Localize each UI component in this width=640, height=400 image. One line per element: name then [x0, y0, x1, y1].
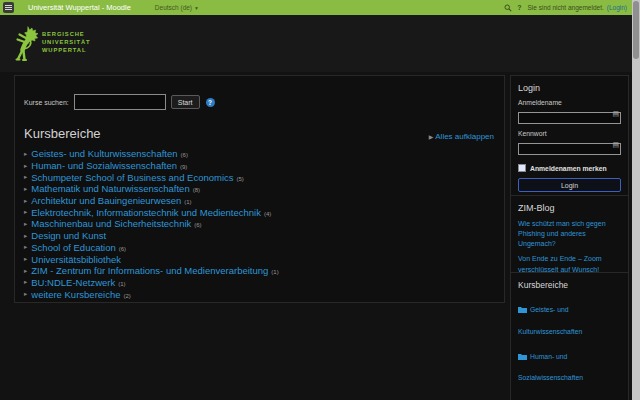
category-row: ▸ZIM - Zentrum für Informations- und Med… [24, 265, 496, 277]
sidebar-categories-block: Kursbereiche Geistes- und Kulturwissensc… [510, 272, 629, 400]
category-link[interactable]: Geistes- und Kulturwissenschaften [31, 148, 177, 159]
category-link[interactable]: Design und Kunst [31, 230, 106, 241]
navbar-right: ? Sie sind nicht angemeldet. (Login) [504, 4, 627, 12]
site-header: BERGISCHE UNIVERSITÄT WUPPERTAL [0, 15, 632, 72]
expand-arrow-icon: ▶ [429, 134, 434, 140]
search-start-button[interactable]: Start [171, 95, 200, 109]
collapsed-arrow-icon[interactable]: ▸ [24, 290, 27, 298]
category-link[interactable]: ZIM - Zentrum für Informations- und Medi… [31, 265, 268, 276]
category-row: ▸Human- und Sozialwissenschaften(9) [24, 160, 496, 172]
sidebar-category-link[interactable]: Human- und Sozialwissenschaften [518, 353, 583, 382]
sidebar-category-row: Schumpeter School of Business and Econom… [518, 389, 621, 400]
course-category-list: ▸Geistes- und Kulturwissenschaften(6) ▸H… [24, 148, 496, 300]
collapsed-arrow-icon[interactable]: ▸ [24, 162, 27, 170]
wordmark-line2: UNIVERSITÄT [42, 38, 91, 46]
search-icon[interactable] [504, 4, 512, 12]
collapsed-arrow-icon[interactable]: ▸ [24, 278, 27, 286]
page-title: Kursbereiche [24, 126, 496, 141]
help-icon[interactable]: ? [517, 4, 521, 11]
category-row: ▸Universitätsbibliothek [24, 253, 496, 265]
category-link[interactable]: Schumpeter School of Business and Econom… [31, 172, 233, 183]
collapsed-arrow-icon[interactable]: ▸ [24, 255, 27, 263]
category-count: (6) [119, 246, 126, 252]
category-row: ▸Mathematik und Naturwissenschaften(8) [24, 183, 496, 195]
language-menu[interactable]: Deutsch (de)▼ [155, 4, 199, 11]
collapsed-arrow-icon[interactable]: ▸ [24, 267, 27, 275]
search-help-icon[interactable]: ? [206, 98, 215, 107]
expand-all-label: Alles aufklappen [435, 132, 494, 141]
blog-post-link[interactable]: Wie schützt man sich gegen Phishing und … [518, 219, 621, 249]
collapsed-arrow-icon[interactable]: ▸ [24, 150, 27, 158]
chevron-down-icon: ▼ [194, 5, 199, 11]
username-field-wrap: ▤ [518, 108, 621, 126]
folder-icon [518, 353, 527, 360]
main-content-panel: Kurse suchen: Start ? Kursbereiche ▶Alle… [14, 75, 505, 303]
category-link[interactable]: Mathematik und Naturwissenschaften [31, 183, 189, 194]
university-lion-logo-icon[interactable] [11, 26, 39, 62]
wordmark-line1: BERGISCHE [42, 30, 91, 38]
sidebar-category-list: Geistes- und Kulturwissenschaften Human-… [518, 296, 621, 400]
category-count: (4) [264, 211, 271, 217]
login-button[interactable]: Login [518, 178, 621, 192]
course-search-input[interactable] [74, 94, 166, 110]
login-link[interactable]: (Login) [607, 4, 627, 11]
collapsed-arrow-icon[interactable]: ▸ [24, 185, 27, 193]
category-count: (6) [194, 222, 201, 228]
sidebar-category-link[interactable]: Geistes- und Kulturwissenschaften [518, 306, 582, 335]
category-count: (6) [181, 152, 188, 158]
password-label: Kennwort [518, 130, 621, 137]
category-link[interactable]: Human- und Sozialwissenschaften [31, 160, 177, 171]
expand-all-link[interactable]: ▶Alles aufklappen [429, 132, 494, 141]
category-count: (1) [184, 199, 191, 205]
category-count: (5) [237, 176, 244, 182]
sidebar-categories-heading: Kursbereiche [518, 280, 621, 290]
login-block-heading: Login [518, 83, 621, 93]
password-field-wrap: ▤ [518, 139, 621, 157]
top-navbar: Universität Wuppertal - Moodle Deutsch (… [0, 0, 632, 15]
sidebar-category-row: Geistes- und Kulturwissenschaften [518, 296, 621, 339]
collapsed-arrow-icon[interactable]: ▸ [24, 197, 27, 205]
category-count: (1) [271, 269, 278, 275]
category-link[interactable]: weitere Kursbereiche [31, 289, 120, 300]
collapsed-arrow-icon[interactable]: ▸ [24, 243, 27, 251]
collapsed-arrow-icon[interactable]: ▸ [24, 173, 27, 181]
language-menu-label: Deutsch (de) [155, 4, 192, 11]
category-count: (9) [180, 164, 187, 170]
category-link[interactable]: School of Education [31, 242, 116, 253]
category-row: ▸School of Education(6) [24, 242, 496, 254]
sidebar-category-row: Human- und Sozialwissenschaften [518, 343, 621, 386]
zim-blog-heading: ZIM-Blog [518, 203, 621, 213]
scrollbar-thumb[interactable] [633, 1, 639, 59]
category-link[interactable]: Elektrotechnik, Informationstechnik und … [31, 207, 261, 218]
folder-icon [518, 306, 527, 313]
category-row: ▸Schumpeter School of Business and Econo… [24, 171, 496, 183]
remember-me-row: Anmeldenamen merken [518, 164, 621, 172]
site-title[interactable]: Universität Wuppertal - Moodle [28, 3, 131, 12]
category-row: ▸Architektur und Bauingenieurwesen(1) [24, 195, 496, 207]
category-link[interactable]: Maschinenbau und Sicherheitstechnik [31, 218, 191, 229]
collapsed-arrow-icon[interactable]: ▸ [24, 220, 27, 228]
page-scrollbar[interactable] [632, 0, 640, 400]
wordmark-line3: WUPPERTAL [42, 46, 91, 54]
autofill-icon: ▤ [612, 141, 619, 149]
category-link[interactable]: Architektur und Bauingenieurwesen [31, 195, 181, 206]
username-input[interactable] [518, 112, 621, 124]
category-row: ▸BU:NDLE-Netzwerk(1) [24, 277, 496, 289]
category-link[interactable]: BU:NDLE-Netzwerk [31, 277, 115, 288]
category-row: ▸Elektrotechnik, Informationstechnik und… [24, 206, 496, 218]
category-link[interactable]: Universitätsbibliothek [31, 254, 121, 265]
collapsed-arrow-icon[interactable]: ▸ [24, 208, 27, 216]
category-count: (1) [118, 281, 125, 287]
remember-me-checkbox[interactable] [518, 164, 526, 172]
collapsed-arrow-icon[interactable]: ▸ [24, 232, 27, 240]
university-wordmark: BERGISCHE UNIVERSITÄT WUPPERTAL [42, 30, 91, 54]
category-count: (8) [193, 187, 200, 193]
login-status-text: Sie sind nicht angemeldet. [528, 4, 604, 11]
autofill-icon: ▤ [612, 110, 619, 118]
course-search-label: Kurse suchen: [24, 99, 69, 106]
menu-toggle-button[interactable] [3, 2, 14, 13]
username-label: Anmeldename [518, 99, 621, 106]
password-input[interactable] [518, 143, 621, 155]
category-count: (2) [124, 293, 131, 299]
category-row: ▸Geistes- und Kulturwissenschaften(6) [24, 148, 496, 160]
